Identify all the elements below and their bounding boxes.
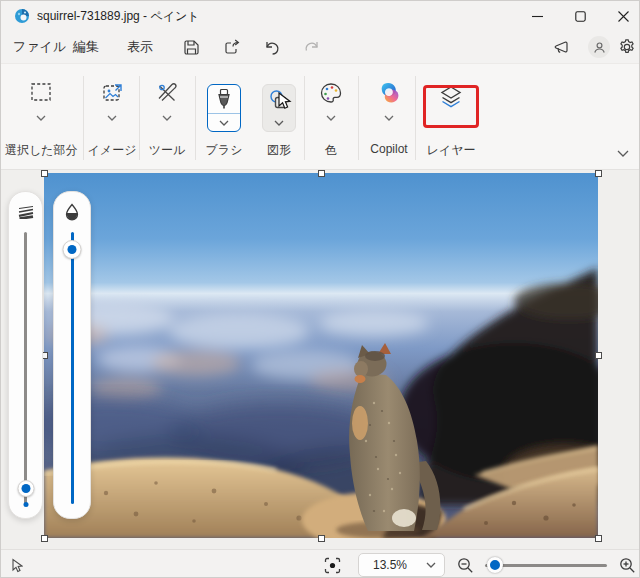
feedback-icon[interactable]	[548, 34, 576, 60]
tools-icon	[155, 78, 179, 108]
statusbar: 13.5%	[1, 549, 640, 578]
thickness-slider-panel	[8, 191, 43, 519]
chevron-down-icon	[162, 112, 172, 124]
workspace	[1, 170, 640, 549]
selection-handle-bottom-left[interactable]	[41, 535, 48, 542]
zoom-in-button[interactable]	[615, 550, 639, 578]
save-icon[interactable]	[177, 34, 205, 60]
toolbar-color-button[interactable]	[307, 78, 355, 124]
zoom-slider-thumb[interactable]	[487, 557, 503, 573]
thickness-slider-track[interactable]	[24, 232, 27, 504]
toolbar-image-label: イメージ	[87, 142, 137, 159]
toolbar-color-label: 色	[307, 142, 355, 159]
chevron-down-icon	[36, 112, 46, 124]
window-title: squirrel-731889.jpg - ペイント	[37, 1, 200, 31]
fit-to-screen-icon[interactable]	[319, 550, 345, 578]
toolbar-copilot-button[interactable]	[361, 78, 417, 124]
menu-file-label: ファイル	[13, 39, 66, 54]
titlebar: squirrel-731889.jpg - ペイント	[1, 1, 640, 31]
menu-view-label: 表示	[127, 39, 153, 54]
brush-chevron-down-icon[interactable]	[208, 114, 240, 131]
toolbar-copilot-label: Copilot	[361, 142, 417, 156]
copilot-icon	[376, 78, 402, 108]
selection-handle-top-left[interactable]	[41, 170, 48, 177]
account-icon[interactable]	[585, 34, 613, 60]
divider	[139, 76, 140, 160]
toolbar-image-button[interactable]	[87, 78, 137, 124]
zoom-out-button[interactable]	[453, 550, 477, 578]
paint-window: squirrel-731889.jpg - ペイント ファイル 編集 表示	[0, 0, 640, 578]
divider	[358, 76, 359, 160]
zoom-level-dropdown[interactable]: 13.5%	[358, 553, 445, 577]
selection-handle-bottom-right[interactable]	[595, 535, 602, 542]
chevron-down-icon	[384, 112, 394, 124]
opacity-slider-thumb[interactable]	[63, 240, 82, 259]
minimize-button[interactable]	[516, 1, 559, 31]
menubar: ファイル 編集 表示	[1, 31, 640, 63]
toolbar-layers-label: レイヤー	[419, 142, 483, 159]
ribbon-expand-chevron-icon[interactable]	[613, 144, 633, 162]
chevron-down-icon	[426, 562, 436, 568]
close-button[interactable]	[602, 1, 640, 31]
undo-icon[interactable]	[258, 34, 286, 60]
account-avatar	[588, 36, 610, 58]
divider	[83, 76, 84, 160]
brush-icon	[208, 85, 240, 114]
toolbar-brush-button[interactable]	[207, 84, 241, 132]
maximize-button[interactable]	[559, 1, 602, 31]
color-palette-icon	[319, 78, 343, 108]
menu-view[interactable]: 表示	[115, 34, 165, 60]
zoom-slider-track[interactable]	[485, 564, 607, 567]
toolbar-ribbon: 選択した部分 イメージ	[1, 63, 640, 170]
image-icon	[100, 78, 124, 108]
canvas-image[interactable]	[44, 173, 598, 538]
squirrel-photo	[44, 173, 598, 538]
selection-handle-top-right[interactable]	[595, 170, 602, 177]
share-icon[interactable]	[218, 34, 246, 60]
thickness-slider-thumb[interactable]	[17, 480, 34, 497]
thickness-icon	[17, 202, 35, 222]
opacity-slider-track[interactable]	[71, 232, 74, 504]
toolbar-shapes-label: 図形	[255, 142, 303, 159]
pointer-status-icon	[5, 550, 29, 578]
layers-highlight-annotation	[423, 85, 479, 128]
chevron-down-icon	[326, 112, 336, 124]
toolbar-brush-label: ブラシ	[200, 142, 248, 159]
menu-edit[interactable]: 編集	[61, 34, 111, 60]
divider	[415, 76, 416, 160]
toolbar-selection-button[interactable]	[5, 78, 77, 124]
toolbar-selection-label: 選択した部分	[5, 142, 77, 159]
selection-handle-bottom-middle[interactable]	[318, 535, 325, 542]
paint-app-icon	[14, 8, 30, 24]
thickness-slider-marker	[23, 502, 28, 507]
opacity-slider-panel	[53, 191, 91, 519]
divider	[304, 76, 305, 160]
toolbar-tools-button[interactable]	[143, 78, 191, 124]
settings-icon[interactable]	[613, 34, 640, 60]
mouse-cursor-icon	[277, 92, 294, 111]
zoom-level-value: 13.5%	[373, 558, 407, 572]
selection-icon	[29, 78, 53, 108]
shapes-chevron-down-icon[interactable]	[263, 114, 295, 131]
divider	[195, 76, 196, 160]
menu-edit-label: 編集	[73, 39, 99, 54]
opacity-drop-icon	[64, 202, 80, 222]
toolbar-tools-label: ツール	[143, 142, 191, 159]
selection-handle-top-middle[interactable]	[318, 170, 325, 177]
chevron-down-icon	[107, 112, 117, 124]
redo-icon[interactable]	[298, 34, 326, 60]
selection-handle-middle-right[interactable]	[595, 352, 602, 359]
